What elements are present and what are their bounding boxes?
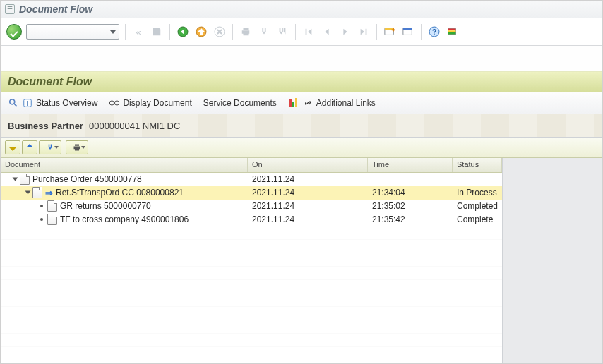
application-toolbar: i Status Overview Display Document Servi… — [1, 92, 602, 114]
service-documents-label: Service Documents — [203, 98, 277, 108]
magnifier-icon — [8, 97, 19, 109]
tree-header: Document On Time Status — [1, 158, 502, 173]
cell-status: Completed — [453, 201, 502, 211]
cell-time: 21:35:02 — [368, 201, 453, 211]
svg-text:?: ? — [432, 28, 436, 36]
find-button[interactable] — [39, 140, 61, 154]
enter-button[interactable] — [6, 24, 22, 40]
document-icon — [20, 174, 30, 185]
cell-document: ⇒Ret.StTranspOrd CC 0080000821 — [1, 187, 248, 198]
col-on[interactable]: On — [248, 158, 368, 172]
window-title-bar: ☰ Document Flow — [1, 1, 602, 18]
back-icon[interactable] — [176, 25, 190, 39]
twisty-open-icon[interactable] — [13, 178, 18, 181]
additional-links-button[interactable]: Additional Links — [288, 97, 376, 109]
display-document-button[interactable]: Display Document — [109, 97, 191, 109]
col-document[interactable]: Document — [1, 158, 248, 172]
bp-value: 0000000041 NMI1 DC — [89, 121, 180, 131]
cancel-icon — [213, 25, 227, 39]
cell-document: Purchase Order 4500000778 — [1, 174, 248, 185]
svg-rect-18 — [289, 99, 292, 107]
document-icon — [47, 214, 57, 225]
find-icon — [257, 25, 271, 39]
additional-links-label: Additional Links — [316, 98, 376, 108]
cell-status: Complete — [453, 214, 502, 224]
tree-rows: Purchase Order 45000007782021.11.24⇒Ret.… — [1, 173, 502, 226]
bars-icon — [288, 97, 299, 109]
leaf-bullet-icon — [40, 205, 43, 207]
expand-all-button[interactable] — [5, 140, 20, 154]
cell-on: 2021.11.24 — [248, 188, 368, 198]
svg-point-16 — [110, 101, 114, 105]
system-toolbar: « ? — [1, 18, 602, 46]
col-time[interactable]: Time — [368, 158, 453, 172]
cell-document: TF to cross company 4900001806 — [1, 214, 248, 225]
last-page-icon — [357, 25, 371, 39]
tree-table: Document On Time Status Purchase Order 4… — [1, 158, 503, 364]
link-icon — [302, 97, 314, 109]
status-overview-button[interactable]: i Status Overview — [8, 97, 97, 109]
cell-on: 2021.11.24 — [248, 174, 368, 184]
collapse-all-button[interactable] — [22, 140, 37, 154]
prev-page-icon — [320, 25, 334, 39]
business-partner-strip: Business Partner 0000000041 NMI1 DC — [1, 114, 602, 138]
cell-time: 21:35:42 — [368, 214, 453, 224]
service-documents-button[interactable]: Service Documents — [203, 98, 277, 108]
svg-rect-11 — [448, 30, 456, 32]
document-icon — [47, 200, 57, 212]
svg-rect-19 — [292, 102, 294, 107]
svg-text:i: i — [27, 100, 28, 107]
svg-rect-20 — [295, 98, 297, 107]
customize-icon[interactable] — [446, 25, 460, 39]
svg-point-17 — [115, 101, 119, 105]
row-text: Ret.StTranspOrd CC 0080000821 — [56, 188, 184, 198]
find-next-icon — [275, 25, 289, 39]
window-title: Document Flow — [19, 4, 92, 15]
tree-area: Document On Time Status Purchase Order 4… — [1, 158, 602, 364]
print-button[interactable] — [66, 140, 88, 154]
document-icon — [32, 187, 42, 198]
info-icon: i — [22, 97, 33, 109]
row-text: Purchase Order 4500000778 — [32, 174, 142, 184]
display-document-label: Display Document — [123, 98, 191, 108]
table-row[interactable]: TF to cross company 49000018062021.11.24… — [1, 213, 502, 226]
current-arrow-icon: ⇒ — [45, 188, 53, 198]
bp-label: Business Partner — [8, 121, 83, 131]
cell-on: 2021.11.24 — [248, 214, 368, 224]
glasses-icon — [109, 97, 120, 109]
cell-document: GR returns 5000000770 — [1, 200, 248, 212]
tree-empty-rows — [1, 226, 502, 364]
col-status[interactable]: Status — [453, 158, 502, 172]
table-row[interactable]: GR returns 50000007702021.11.2421:35:02C… — [1, 200, 502, 213]
toolbar-sep — [232, 24, 233, 40]
tree-toolbar — [1, 138, 602, 158]
back-all-icon[interactable]: « — [131, 25, 145, 39]
twisty-open-icon[interactable] — [25, 191, 31, 195]
svg-point-13 — [10, 99, 15, 104]
table-row[interactable]: ⇒Ret.StTranspOrd CC 00800008212021.11.24… — [1, 186, 502, 200]
window-menu-icon[interactable]: ☰ — [5, 4, 15, 14]
toolbar-sep — [125, 24, 126, 40]
command-field[interactable] — [26, 24, 119, 40]
toolbar-sep — [169, 24, 170, 40]
toolbar-sep — [421, 24, 422, 40]
next-page-icon — [338, 25, 352, 39]
cell-status: In Process — [453, 188, 502, 198]
new-session-icon[interactable] — [383, 25, 397, 39]
exit-icon[interactable] — [194, 25, 208, 39]
cell-on: 2021.11.24 — [248, 201, 368, 211]
row-text: TF to cross company 4900001806 — [60, 214, 189, 224]
page-title: Document Flow — [8, 75, 92, 88]
save-icon — [150, 25, 164, 39]
tree-side-empty — [503, 158, 602, 364]
leaf-bullet-icon — [40, 218, 43, 221]
help-icon[interactable]: ? — [427, 25, 441, 39]
table-row[interactable]: Purchase Order 45000007782021.11.24 — [1, 173, 502, 186]
layout-icon[interactable] — [401, 25, 415, 39]
first-page-icon — [302, 25, 316, 39]
svg-rect-12 — [448, 32, 456, 35]
svg-rect-10 — [448, 29, 456, 30]
toolbar-sep — [295, 24, 296, 40]
status-overview-label: Status Overview — [36, 98, 97, 108]
page-header: Document Flow — [1, 71, 602, 92]
